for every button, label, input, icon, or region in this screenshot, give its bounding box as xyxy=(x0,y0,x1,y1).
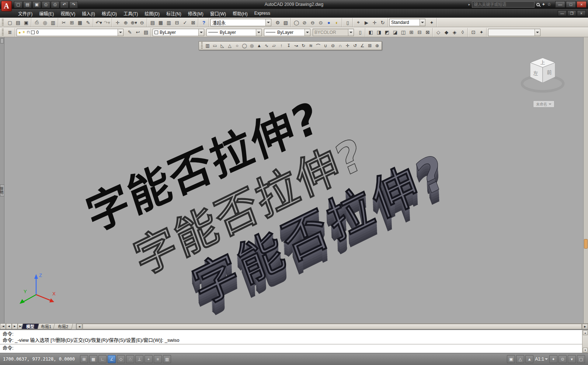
first-tab-icon[interactable]: |◀ xyxy=(0,324,6,329)
sweep-icon[interactable]: ↝ xyxy=(292,42,300,49)
slice-icon[interactable]: ⌒ xyxy=(314,42,322,49)
menu-item[interactable]: 绘图(D) xyxy=(141,9,163,18)
render-icon[interactable]: ● xyxy=(325,18,333,27)
zoom-previous-icon[interactable]: ⊖ xyxy=(138,18,146,27)
publish-icon[interactable]: ▥ xyxy=(49,18,57,27)
polar-toggle[interactable]: ∠ xyxy=(108,355,116,363)
sun-icon[interactable]: ◐ xyxy=(333,18,341,27)
open-icon[interactable]: ▤ xyxy=(14,18,22,27)
dyn-toggle[interactable]: + xyxy=(145,355,153,363)
scroll-up-icon[interactable]: ▲ xyxy=(583,330,588,335)
dropdown-icon[interactable] xyxy=(420,19,425,26)
dock-grip[interactable] xyxy=(0,38,4,43)
otrack-toggle[interactable]: ∴ xyxy=(126,355,134,363)
menu-item[interactable]: 帮助(H) xyxy=(229,9,251,18)
favorites-star-icon[interactable]: ☆ xyxy=(547,2,551,7)
cone-icon[interactable]: △ xyxy=(226,42,233,49)
copy-icon[interactable]: ⊞ xyxy=(68,18,76,27)
vertical-scrollbar[interactable] xyxy=(583,37,588,323)
layer-states-icon[interactable]: ▤ xyxy=(142,28,150,36)
layer-previous-icon[interactable]: ↩ xyxy=(134,28,142,36)
app-maximize-icon[interactable]: □ xyxy=(566,1,576,8)
revolve-icon[interactable]: ↻ xyxy=(300,42,307,49)
presspull-icon[interactable]: ↧ xyxy=(285,42,292,49)
search-icon[interactable] xyxy=(536,3,540,6)
qat-print-icon[interactable]: ⎙ xyxy=(42,1,50,8)
markup-set-icon[interactable]: ✓ xyxy=(181,18,189,27)
materials-icon[interactable]: ⊘ xyxy=(300,18,309,27)
3d-array-icon[interactable]: ⊞ xyxy=(366,42,373,49)
light-icon[interactable]: ⊙ xyxy=(317,18,325,27)
drawing-canvas[interactable]: ▥▭◺△○◯◎▲∿▱↑↧↝↻≋⌒∪⊖∩✛↺∠⊞⊕ 字能否拉伸? 字能否拉伸? 字… xyxy=(4,37,583,323)
pan-icon[interactable]: ✛ xyxy=(114,18,122,27)
qat-open-icon[interactable]: ▤ xyxy=(23,1,32,8)
doc-close-icon[interactable]: × xyxy=(577,10,586,16)
style-manager-icon[interactable]: ✦ xyxy=(428,18,436,27)
workspace-tool-icon[interactable]: ✦ xyxy=(477,28,486,36)
horizontal-scroll-thumb[interactable] xyxy=(83,324,582,329)
lineweight-toggle[interactable]: ≡ xyxy=(154,355,162,363)
3d-align-icon[interactable]: ∠ xyxy=(359,42,366,49)
new-icon[interactable]: ▢ xyxy=(6,18,14,27)
box-icon[interactable]: ▭ xyxy=(211,42,219,49)
isolate-objects-icon[interactable]: ◇ xyxy=(434,28,442,36)
command-scrollbar[interactable]: ▲ ▼ xyxy=(582,330,588,353)
sheet-icon[interactable]: ▯ xyxy=(344,18,352,27)
orbit-icon[interactable]: ↻ xyxy=(379,18,387,27)
style-combo[interactable]: Standard xyxy=(389,19,425,26)
qat-plot-icon[interactable]: ⎙ xyxy=(51,1,59,8)
sheetset-manager-icon[interactable]: ⊟ xyxy=(173,18,181,27)
steeringwheel-icon[interactable]: ⌖ xyxy=(354,18,362,27)
annotation-scale[interactable]: A1:1 xyxy=(535,357,548,362)
torus-icon[interactable]: ◎ xyxy=(248,42,255,49)
snap-toggle[interactable]: ⊞ xyxy=(80,355,88,363)
loft-icon[interactable]: ≋ xyxy=(307,42,314,49)
undo-icon[interactable]: ↶▾ xyxy=(95,18,103,27)
search-input[interactable] xyxy=(474,2,533,7)
qat-redo-icon[interactable]: ↷ xyxy=(69,1,78,8)
toolbar-grip[interactable] xyxy=(2,29,4,36)
workspace-save-icon[interactable]: ▧ xyxy=(282,18,290,27)
clean-screen-button[interactable]: ▢ xyxy=(577,355,585,363)
vertical-scroll-thumb[interactable] xyxy=(584,239,588,249)
extrude-icon[interactable]: ↑ xyxy=(278,42,285,49)
menu-item[interactable]: Express xyxy=(251,9,274,18)
viewcube-ucs-badge[interactable]: 未命名 xyxy=(533,101,554,108)
color-combo[interactable]: ByLayer xyxy=(153,29,204,36)
doc-restore-icon[interactable]: ❐ xyxy=(567,10,576,16)
text-style-icon[interactable]: ▯ xyxy=(356,28,364,36)
command-window[interactable]: 命令: 命令: _-view 输入选项 [?/删除(D)/正交(O)/恢复(R)… xyxy=(0,329,588,353)
toolbar-grip[interactable] xyxy=(2,19,4,26)
viewport-two-icon[interactable]: ◨ xyxy=(375,28,383,36)
polysolid-icon[interactable]: ▥ xyxy=(204,42,211,49)
viewcube-front-label[interactable]: 前 xyxy=(547,70,552,75)
scroll-down-icon[interactable]: ▼ xyxy=(583,348,588,352)
scroll-left-icon[interactable]: ◀ xyxy=(76,324,82,329)
union-icon[interactable]: ∪ xyxy=(322,42,329,49)
ducs-toggle[interactable]: ⊥ xyxy=(135,355,143,363)
menu-item[interactable]: 编辑(E) xyxy=(36,9,57,18)
osnap-toggle[interactable]: ◇ xyxy=(117,355,125,363)
subtract-icon[interactable]: ⊖ xyxy=(329,42,337,49)
workspace-settings-icon[interactable]: ⚙ xyxy=(274,18,282,27)
quickprops-toggle[interactable]: ▥ xyxy=(163,355,171,363)
viewport-clip-icon[interactable]: ⊠ xyxy=(424,28,432,36)
viewport-three-icon[interactable]: ◩ xyxy=(383,28,391,36)
dropdown-icon[interactable] xyxy=(305,29,310,36)
save-icon[interactable]: ▣ xyxy=(22,18,30,27)
qat-undo-icon[interactable]: ↶ xyxy=(60,1,69,8)
viewport-new-icon[interactable]: ⊞ xyxy=(407,28,415,36)
next-tab-icon[interactable]: ▶ xyxy=(12,324,18,329)
grid-toggle[interactable]: ▦ xyxy=(89,355,97,363)
plot-preview-icon[interactable]: ◎ xyxy=(41,18,49,27)
dropdown-icon[interactable] xyxy=(118,29,123,36)
end-isolate-icon[interactable]: ◈ xyxy=(450,28,459,36)
menu-item[interactable]: 标注(N) xyxy=(163,9,185,18)
wedge-icon[interactable]: ◺ xyxy=(219,42,226,49)
layer-freeze-icon[interactable]: ☀ xyxy=(22,30,26,35)
menu-item[interactable]: 格式(O) xyxy=(98,9,120,18)
menu-item[interactable]: 文件(F) xyxy=(15,9,36,18)
workspace-switch-icon[interactable]: ✦ xyxy=(549,355,557,363)
toolbar-lock-icon[interactable]: ⊙ xyxy=(559,355,567,363)
search-arrow-icon[interactable]: ▸ xyxy=(469,3,470,6)
